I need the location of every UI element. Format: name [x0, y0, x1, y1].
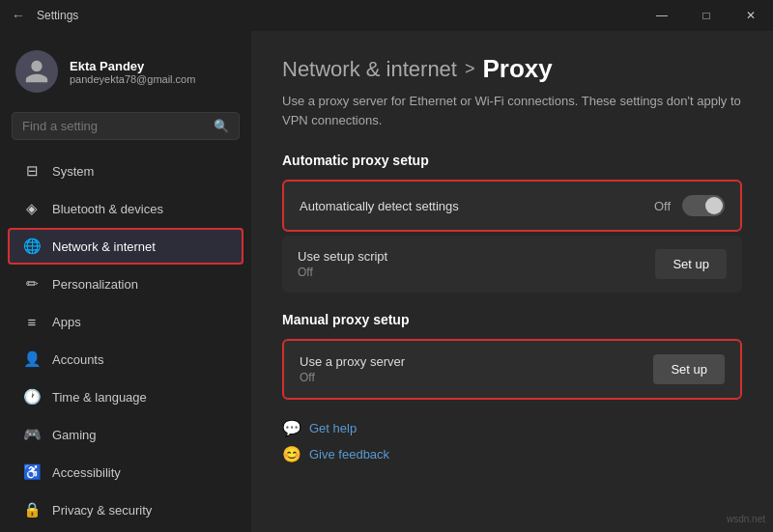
setup-script-status: Off — [298, 266, 387, 279]
proxy-server-status: Off — [300, 371, 405, 384]
automatic-section-header: Automatic proxy setup — [282, 153, 742, 168]
sidebar-item-label-personalization: Personalization — [52, 277, 138, 292]
apps-icon: ≡ — [23, 313, 41, 330]
user-section: Ekta Pandey pandeyekta78@gmail.com — [0, 39, 251, 108]
detect-settings-row: Automatically detect settings Off — [284, 182, 740, 230]
setup-script-label: Use setup script — [298, 249, 387, 264]
page-description: Use a proxy server for Ethernet or Wi-Fi… — [282, 92, 742, 129]
sidebar-item-system[interactable]: ⊟ System — [8, 153, 243, 189]
manual-section: Manual proxy setup Use a proxy server Of… — [282, 312, 742, 400]
help-section: 💬 Get help 😊 Give feedback — [282, 419, 742, 463]
sidebar-item-label-network: Network & internet — [52, 239, 156, 254]
sidebar-item-gaming[interactable]: 🎮 Gaming — [8, 416, 243, 453]
sidebar: Ekta Pandey pandeyekta78@gmail.com 🔍 ⊟ S… — [0, 31, 251, 532]
search-box[interactable]: 🔍 — [12, 112, 240, 140]
nav-list: ⊟ System ◈ Bluetooth & devices 🌐 Network… — [0, 152, 251, 532]
sidebar-item-personalization[interactable]: ✏ Personalization — [8, 266, 243, 302]
sidebar-item-label-bluetooth: Bluetooth & devices — [52, 202, 163, 216]
avatar — [15, 50, 58, 93]
detect-status-text: Off — [654, 199, 671, 213]
gaming-icon: 🎮 — [23, 426, 41, 443]
content-area: Network & internet > Proxy Use a proxy s… — [251, 31, 773, 532]
sidebar-item-label-privacy: Privacy & security — [52, 503, 152, 518]
give-feedback-icon: 😊 — [282, 445, 301, 463]
bluetooth-icon: ◈ — [23, 200, 41, 217]
sidebar-item-accounts[interactable]: 👤 Accounts — [8, 341, 243, 378]
time-icon: 🕐 — [23, 388, 41, 406]
sidebar-item-network[interactable]: 🌐 Network & internet — [8, 228, 243, 265]
breadcrumb-parent: Network & internet — [282, 57, 457, 82]
maximize-button[interactable]: □ — [684, 0, 729, 31]
sidebar-item-accessibility[interactable]: ♿ Accessibility — [8, 454, 243, 490]
privacy-icon: 🔒 — [23, 501, 41, 518]
network-icon: 🌐 — [23, 238, 41, 255]
accessibility-icon: ♿ — [23, 463, 41, 481]
sidebar-item-label-accounts: Accounts — [52, 352, 103, 367]
sidebar-item-bluetooth[interactable]: ◈ Bluetooth & devices — [8, 190, 243, 227]
search-input[interactable] — [22, 119, 206, 133]
search-icon: 🔍 — [214, 119, 229, 133]
detect-settings-label: Automatically detect settings — [300, 199, 459, 213]
close-button[interactable]: ✕ — [729, 0, 773, 31]
accounts-icon: 👤 — [23, 350, 41, 368]
automatic-section: Automatic proxy setup Automatically dete… — [282, 153, 742, 293]
system-icon: ⊟ — [23, 162, 41, 180]
breadcrumb: Network & internet > Proxy — [282, 54, 742, 84]
sidebar-item-label-apps: Apps — [52, 315, 81, 329]
personalization-icon: ✏ — [23, 275, 41, 293]
sidebar-item-apps[interactable]: ≡ Apps — [8, 303, 243, 340]
detect-settings-toggle[interactable] — [682, 195, 725, 216]
titlebar-title: Settings — [37, 9, 78, 22]
setup-script-row: Use setup script Off Set up — [282, 236, 742, 293]
user-name: Ekta Pandey — [70, 59, 195, 73]
give-feedback-link[interactable]: 😊 Give feedback — [282, 445, 742, 463]
sidebar-item-privacy[interactable]: 🔒 Privacy & security — [8, 491, 243, 528]
sidebar-item-label-time: Time & language — [52, 390, 147, 405]
get-help-icon: 💬 — [282, 419, 301, 437]
proxy-server-label: Use a proxy server — [300, 354, 405, 369]
detect-settings-card: Automatically detect settings Off — [282, 180, 742, 232]
sidebar-item-label-system: System — [52, 164, 94, 179]
minimize-button[interactable]: — — [640, 0, 684, 31]
proxy-server-button[interactable]: Set up — [653, 354, 725, 384]
sidebar-item-label-gaming: Gaming — [52, 428, 97, 442]
user-email: pandeyekta78@gmail.com — [70, 73, 195, 85]
proxy-server-card: Use a proxy server Off Set up — [282, 339, 742, 400]
manual-section-header: Manual proxy setup — [282, 312, 742, 327]
get-help-link[interactable]: 💬 Get help — [282, 419, 742, 437]
breadcrumb-sep: > — [465, 59, 475, 79]
titlebar: ← Settings — □ ✕ — [0, 0, 773, 31]
setup-script-card: Use setup script Off Set up — [282, 236, 742, 293]
watermark: wsdn.net — [727, 514, 765, 524]
sidebar-item-time[interactable]: 🕐 Time & language — [8, 378, 243, 415]
breadcrumb-current: Proxy — [482, 54, 552, 84]
get-help-label: Get help — [309, 421, 357, 435]
sidebar-item-label-accessibility: Accessibility — [52, 465, 121, 480]
give-feedback-label: Give feedback — [309, 447, 389, 462]
back-icon[interactable]: ← — [12, 8, 25, 23]
setup-script-button[interactable]: Set up — [655, 249, 727, 279]
proxy-server-row: Use a proxy server Off Set up — [284, 341, 740, 398]
